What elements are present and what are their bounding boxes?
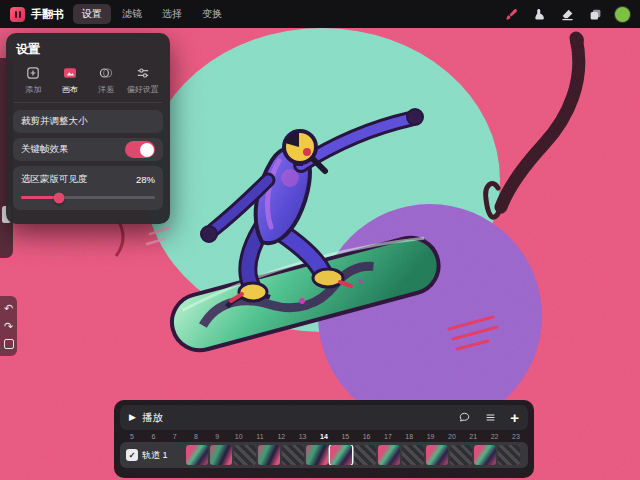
frame-thumbnail-1[interactable] xyxy=(186,445,208,465)
ruler-number-5[interactable]: 5 xyxy=(128,433,136,440)
ruler-number-11[interactable]: 11 xyxy=(256,433,264,440)
ruler-number-19[interactable]: 19 xyxy=(427,433,435,440)
smudge-icon[interactable] xyxy=(531,6,548,23)
tab-canvas[interactable]: 画布 xyxy=(52,65,89,95)
tab-add[interactable]: 添加 xyxy=(15,65,52,95)
undo-button[interactable]: ↶ xyxy=(4,303,13,314)
app-logo[interactable] xyxy=(10,7,25,22)
layers-icon[interactable] xyxy=(587,6,604,23)
sidebar-buttons: ↶ ↷ xyxy=(0,296,17,356)
ruler-number-10[interactable]: 10 xyxy=(235,433,243,440)
timeline-panel: ▶ 播放 + 567891011121314151617181920212223… xyxy=(114,400,534,478)
ruler-number-7[interactable]: 7 xyxy=(171,433,179,440)
modify-button[interactable] xyxy=(4,339,14,349)
mask-visibility-label: 选区蒙版可见度 xyxy=(21,173,88,186)
app-title[interactable]: 手翻书 xyxy=(31,7,64,22)
tab-onion[interactable]: 洋葱 xyxy=(88,65,125,95)
mask-visibility-slider[interactable] xyxy=(21,196,155,199)
ruler-number-8[interactable]: 8 xyxy=(192,433,200,440)
settings-tabs: 添加 画布 洋葱 偏好设置 xyxy=(13,65,163,95)
frame-thumbnail-7[interactable] xyxy=(330,445,352,465)
ruler-number-6[interactable]: 6 xyxy=(149,433,157,440)
ruler-number-21[interactable]: 21 xyxy=(469,433,477,440)
frame-thumbnail-10[interactable] xyxy=(402,445,424,465)
ruler-number-12[interactable]: 12 xyxy=(277,433,285,440)
playbar: ▶ 播放 + xyxy=(120,405,528,430)
keyframe-effects-toggle[interactable] xyxy=(125,141,155,158)
menu-item-filters[interactable]: 滤镜 xyxy=(113,4,151,24)
canvas-tab-icon xyxy=(60,65,80,81)
topbar-menu: 设置 滤镜 选择 变换 xyxy=(73,4,231,24)
crop-resize-row[interactable]: 裁剪并调整大小 xyxy=(13,110,163,133)
settings-panel: 设置 添加 画布 洋葱 xyxy=(6,33,170,224)
ruler-number-15[interactable]: 15 xyxy=(341,433,349,440)
preferences-tab-icon xyxy=(133,65,153,81)
mask-slider-knob[interactable] xyxy=(53,192,64,203)
redo-button[interactable]: ↷ xyxy=(4,321,13,332)
ruler-number-23[interactable]: 23 xyxy=(512,433,520,440)
settings-panel-title: 设置 xyxy=(16,41,163,58)
frame-thumbnail-12[interactable] xyxy=(450,445,472,465)
frame-thumbnail-11[interactable] xyxy=(426,445,448,465)
color-swatch[interactable] xyxy=(615,7,630,22)
add-tab-icon xyxy=(23,65,43,81)
track-row: ✓ 轨道 1 xyxy=(120,442,528,468)
ruler-number-18[interactable]: 18 xyxy=(405,433,413,440)
frame-thumbnail-6[interactable] xyxy=(306,445,328,465)
keyframe-effects-label: 关键帧效果 xyxy=(21,143,69,156)
ruler-number-22[interactable]: 22 xyxy=(491,433,499,440)
topbar: 手翻书 设置 滤镜 选择 变换 xyxy=(0,0,640,28)
track-list-icon[interactable] xyxy=(484,411,497,424)
paint-brush-icon[interactable] xyxy=(503,6,520,23)
frame-thumbnail-13[interactable] xyxy=(474,445,496,465)
frame-thumbnail-2[interactable] xyxy=(210,445,232,465)
timeline-ruler: 567891011121314151617181920212223 xyxy=(122,433,526,440)
ruler-number-17[interactable]: 17 xyxy=(384,433,392,440)
frame-thumbnail-4[interactable] xyxy=(258,445,280,465)
ruler-number-20[interactable]: 20 xyxy=(448,433,456,440)
ruler-number-13[interactable]: 13 xyxy=(299,433,307,440)
divider xyxy=(14,102,162,103)
add-frame-button[interactable]: + xyxy=(510,410,519,425)
frame-thumbnail-3[interactable] xyxy=(234,445,256,465)
speech-bubble-icon[interactable] xyxy=(458,411,471,424)
eraser-icon[interactable] xyxy=(559,6,576,23)
ruler-number-16[interactable]: 16 xyxy=(363,433,371,440)
frame-thumbnail-14[interactable] xyxy=(498,445,520,465)
frames-strip xyxy=(186,445,525,465)
mask-visibility-value: 28% xyxy=(136,174,155,185)
crop-resize-label: 裁剪并调整大小 xyxy=(21,115,88,128)
frame-thumbnail-8[interactable] xyxy=(354,445,376,465)
play-label: 播放 xyxy=(142,411,163,425)
onion-skin-tab-icon xyxy=(96,65,116,81)
app-window: 手翻书 设置 滤镜 选择 变换 xyxy=(0,0,640,480)
track-checkbox[interactable]: ✓ xyxy=(126,449,138,461)
ruler-number-9[interactable]: 9 xyxy=(213,433,221,440)
menu-item-select[interactable]: 选择 xyxy=(153,4,191,24)
play-button[interactable]: ▶ 播放 xyxy=(129,411,163,425)
track-name: 轨道 1 xyxy=(142,449,168,462)
tab-preferences[interactable]: 偏好设置 xyxy=(125,65,162,95)
frame-thumbnail-9[interactable] xyxy=(378,445,400,465)
ruler-number-14[interactable]: 14 xyxy=(320,433,328,440)
toggle-knob xyxy=(140,143,154,157)
play-icon: ▶ xyxy=(129,413,136,422)
menu-item-settings[interactable]: 设置 xyxy=(73,4,111,24)
keyframe-effects-row: 关键帧效果 xyxy=(13,138,163,161)
mask-visibility-row: 选区蒙版可见度 28% xyxy=(13,166,163,210)
menu-item-transform[interactable]: 变换 xyxy=(193,4,231,24)
frame-thumbnail-5[interactable] xyxy=(282,445,304,465)
